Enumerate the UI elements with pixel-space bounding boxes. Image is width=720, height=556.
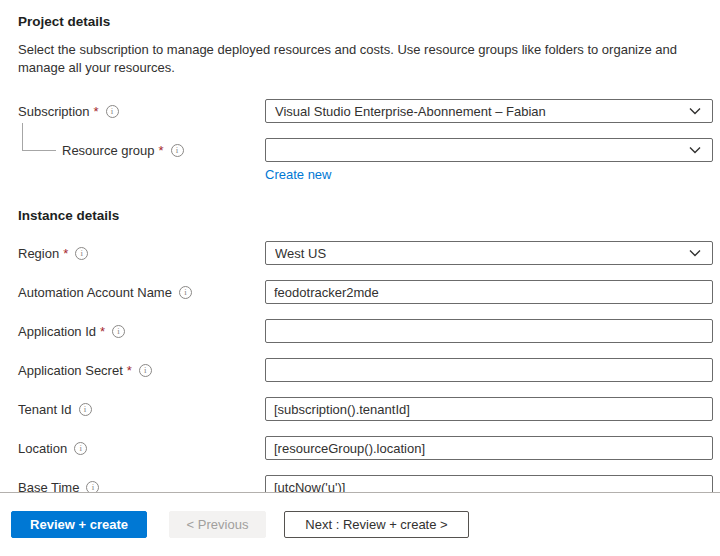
instance-details-section: Region * i West US Automation Account — [18, 241, 713, 499]
footer-button-bar: Review + create < Previous Next : Review… — [0, 493, 720, 556]
region-select-value: West US — [275, 246, 688, 261]
automation-account-name-input[interactable] — [265, 280, 713, 304]
application-secret-input[interactable] — [265, 358, 713, 382]
info-icon[interactable]: i — [79, 403, 92, 416]
chevron-down-icon — [688, 106, 702, 116]
required-asterisk: * — [63, 246, 68, 261]
location-row: Location * i — [18, 436, 713, 460]
location-label: Location — [18, 441, 67, 456]
subscription-label: Subscription — [18, 104, 90, 119]
tenant-id-label-group: Tenant Id * i — [18, 402, 265, 417]
region-select[interactable]: West US — [265, 241, 713, 265]
region-label-group: Region * i — [18, 246, 265, 261]
region-row: Region * i West US — [18, 241, 713, 265]
info-icon[interactable]: i — [112, 325, 125, 338]
subscription-label-group: Subscription * i — [18, 104, 265, 119]
application-secret-row: Application Secret * i — [18, 358, 713, 382]
project-details-description: Select the subscription to manage deploy… — [18, 41, 694, 77]
region-label: Region — [18, 246, 59, 261]
tenant-id-input[interactable] — [265, 397, 713, 421]
tenant-id-row: Tenant Id * i — [18, 397, 713, 421]
instance-details-heading: Instance details — [18, 208, 713, 223]
info-icon[interactable]: i — [139, 364, 152, 377]
create-new-link[interactable]: Create new — [265, 167, 331, 182]
required-asterisk: * — [127, 363, 132, 378]
automation-account-name-label: Automation Account Name — [18, 285, 172, 300]
application-secret-label: Application Secret — [18, 363, 123, 378]
application-id-input[interactable] — [265, 319, 713, 343]
required-asterisk: * — [159, 143, 164, 158]
chevron-down-icon — [688, 248, 702, 258]
resource-group-label-group: Resource group * i — [18, 143, 265, 158]
info-icon[interactable]: i — [75, 247, 88, 260]
resource-group-row: Resource group * i — [18, 138, 713, 162]
automation-account-name-row: Automation Account Name * i — [18, 280, 713, 304]
location-input[interactable] — [265, 436, 713, 460]
required-asterisk: * — [100, 324, 105, 339]
info-icon[interactable]: i — [74, 442, 87, 455]
project-details-section: Subscription * i Visual Studio Enterpris… — [18, 99, 713, 184]
review-create-button[interactable]: Review + create — [11, 511, 147, 538]
resource-group-select[interactable] — [265, 138, 713, 162]
subscription-select-value: Visual Studio Enterprise-Abonnement – Fa… — [275, 104, 688, 119]
subscription-select[interactable]: Visual Studio Enterprise-Abonnement – Fa… — [265, 99, 713, 123]
application-id-row: Application Id * i — [18, 319, 713, 343]
automation-account-name-label-group: Automation Account Name * i — [18, 285, 265, 300]
info-icon[interactable]: i — [106, 105, 119, 118]
deployment-form-page: Project details Select the subscription … — [0, 0, 720, 556]
chevron-down-icon — [688, 145, 702, 155]
next-review-create-button[interactable]: Next : Review + create > — [284, 511, 469, 538]
application-secret-label-group: Application Secret * i — [18, 363, 265, 378]
info-icon[interactable]: i — [179, 286, 192, 299]
info-icon[interactable]: i — [171, 144, 184, 157]
application-id-label: Application Id — [18, 324, 96, 339]
subscription-row: Subscription * i Visual Studio Enterpris… — [18, 99, 713, 123]
resource-group-label: Resource group — [62, 143, 155, 158]
required-asterisk: * — [94, 104, 99, 119]
location-label-group: Location * i — [18, 441, 265, 456]
application-id-label-group: Application Id * i — [18, 324, 265, 339]
previous-button[interactable]: < Previous — [169, 511, 266, 538]
project-details-heading: Project details — [18, 14, 713, 29]
tenant-id-label: Tenant Id — [18, 402, 72, 417]
